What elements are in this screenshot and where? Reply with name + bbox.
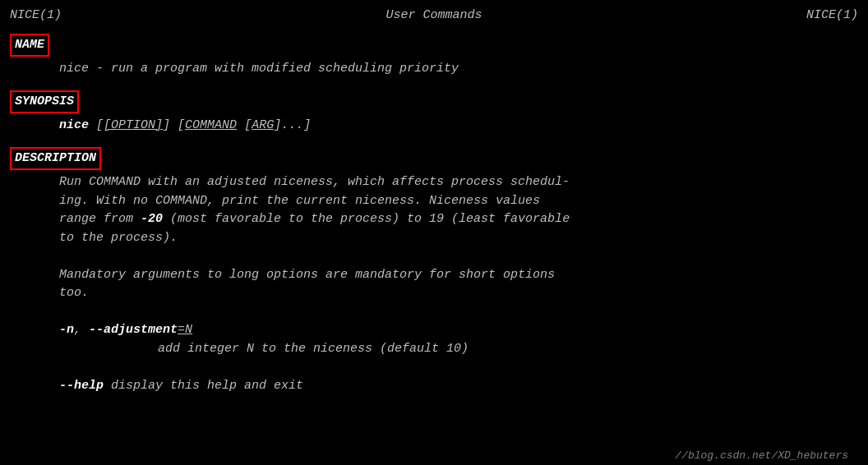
name-section: NAME nice - run a program with modified … [10, 34, 858, 79]
desc-p1-l4: to the process). [59, 229, 858, 248]
option-n-desc: add integer N to the niceness (default 1… [158, 340, 858, 359]
option-n-long: --adjustment [89, 323, 178, 337]
option-help-line: --help display this help and exit [59, 377, 858, 396]
desc-p1-l2: ing. With no COMMAND, print the current … [59, 192, 858, 211]
synopsis-command-arg: [COMMAND [ARG]...] [178, 118, 311, 132]
synopsis-section: SYNOPSIS nice [[OPTION]] [COMMAND [ARG].… [10, 90, 858, 136]
synopsis-command: nice [59, 118, 89, 132]
description-section: DESCRIPTION Run COMMAND with an adjusted… [10, 147, 858, 396]
option-help-desc-text: display this help and exit [104, 379, 303, 393]
header-center: User Commands [386, 7, 482, 25]
description-label: DESCRIPTION [10, 147, 101, 171]
name-label: NAME [10, 34, 49, 58]
header-left: NICE(1) [10, 7, 62, 25]
option-help-label: --help [59, 379, 104, 393]
desc-p2-l2: too. [59, 284, 858, 303]
watermark: //blog.csdn.net/XD_hebuters [675, 448, 848, 464]
man-page-header: NICE(1) User Commands NICE(1) [10, 7, 858, 25]
description-body: Run COMMAND with an adjusted niceness, w… [59, 173, 858, 395]
synopsis-content: nice [[OPTION]] [COMMAND [ARG]...] [59, 117, 858, 136]
minus20: -20 [141, 212, 163, 226]
option-n-comma: , [74, 323, 89, 337]
desc-p1-l1: Run COMMAND with an adjusted niceness, w… [59, 173, 858, 192]
synopsis-option: [[OPTION]] [96, 118, 170, 132]
option-n-line: -n, --adjustment=N [59, 321, 858, 340]
desc-p1-l3: range from -20 (most favorable to the pr… [59, 210, 858, 229]
name-content: nice - run a program with modified sched… [59, 60, 858, 79]
desc-p2-l1: Mandatory arguments to long options are … [59, 266, 858, 285]
header-right: NICE(1) [806, 7, 858, 25]
option-n-arg: =N [178, 323, 192, 337]
synopsis-label: SYNOPSIS [10, 90, 79, 114]
synopsis-option-text: [OPTION] [104, 118, 163, 132]
option-n-label: -n [59, 323, 74, 337]
